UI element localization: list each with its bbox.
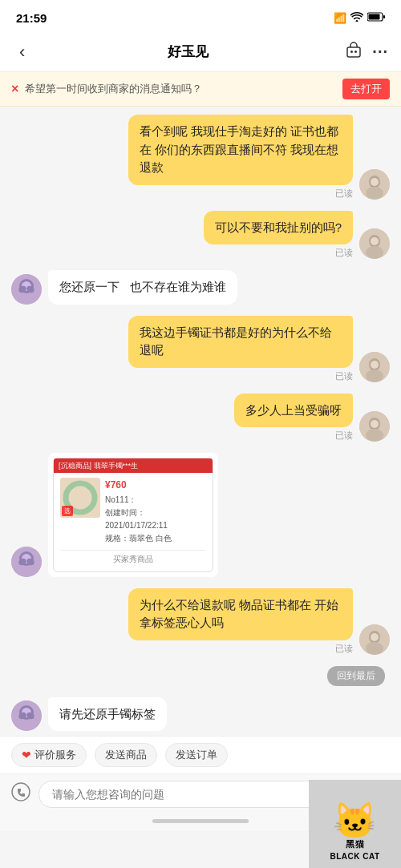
order-time: 创建时间：2021/01/17/22:11 <box>105 507 206 532</box>
phone-icon[interactable] <box>11 782 30 806</box>
read-status: 已读 <box>335 430 353 442</box>
svg-point-34 <box>74 491 87 504</box>
send-order-label: 发送订单 <box>176 748 217 762</box>
order-number: No111： <box>105 494 206 507</box>
message-row: 看个到呢 我现仕手淘走好的 证书也都在 你们的东西跟直播间不符 我现在想退款 已… <box>11 115 390 200</box>
notification-text: 希望第一时间收到商家的消息通知吗？ <box>25 82 336 96</box>
home-bar <box>152 819 249 823</box>
status-time: 21:59 <box>16 11 47 25</box>
chat-input[interactable] <box>38 781 330 808</box>
svg-point-22 <box>371 361 379 369</box>
signal-icon: 📶 <box>334 12 346 24</box>
header-actions: ··· <box>345 41 388 63</box>
message-content: 可以不要和我扯别的吗? 已读 <box>204 211 353 260</box>
notification-open-button[interactable]: 去打开 <box>342 79 390 99</box>
message-content: 我这边手镯证书都是好的为什么不给退呢 已读 <box>128 316 353 382</box>
message-row: 我这边手镯证书都是好的为什么不给退呢 已读 <box>11 316 390 382</box>
avatar-seller <box>11 547 42 577</box>
avatar-buyer <box>359 228 390 259</box>
message-bubble: 请先还原手镯标签 <box>48 697 167 732</box>
svg-point-37 <box>366 642 383 655</box>
action-bar: ❤ 评价服务 发送商品 发送订单 <box>0 736 401 773</box>
order-card-header: 选 ¥760 No111： 创建时间：2021/01/17/22:11 规格：翡… <box>60 478 206 544</box>
status-icons: 📶 <box>334 12 385 24</box>
message-bubble: 多少人上当受骗呀 <box>234 394 353 428</box>
order-card-bubble[interactable]: [沉稳商品] 翡翠手镯***生 选 ¥760 No111： 创建时间：2021/… <box>48 453 218 577</box>
read-status: 已读 <box>335 370 353 382</box>
message-row: 为什么不给退款呢 物品证书都在 开始拿标签恶心人吗 已读 <box>11 588 390 655</box>
scroll-to-bottom-area: 回到最后 <box>11 666 390 686</box>
rate-service-chip[interactable]: ❤ 评价服务 <box>11 743 87 767</box>
svg-point-25 <box>366 429 383 442</box>
svg-point-38 <box>371 633 379 641</box>
order-footer: 买家秀商品 <box>60 554 206 565</box>
svg-point-5 <box>354 50 357 53</box>
svg-point-9 <box>371 178 379 186</box>
chat-title: 好玉见 <box>168 42 209 61</box>
message-content: 看个到呢 我现仕手淘走好的 证书也都在 你们的东西跟直播间不符 我现在想退款 已… <box>128 115 353 200</box>
wifi-icon <box>350 12 363 24</box>
rate-service-label: 评价服务 <box>34 748 76 762</box>
message-content: 您还原一下 也不存在谁为难谁 <box>48 270 237 305</box>
svg-rect-3 <box>347 47 360 57</box>
send-order-chip[interactable]: 发送订单 <box>165 743 228 767</box>
header: ‹ 好玉见 ··· <box>0 32 401 72</box>
order-item-image: 选 <box>60 478 100 518</box>
watermark: 🐱 黑猫BLACK CAT <box>309 780 401 868</box>
more-icon[interactable]: ··· <box>372 42 388 61</box>
avatar-buyer <box>359 624 390 655</box>
avatar-seller <box>11 700 42 731</box>
watermark-text: 黑猫BLACK CAT <box>330 838 379 862</box>
back-button[interactable]: ‹ <box>13 38 31 66</box>
svg-point-21 <box>366 369 383 382</box>
notification-banner: × 希望第一时间收到商家的消息通知吗？ 去打开 <box>0 72 401 107</box>
svg-point-26 <box>371 420 379 428</box>
order-info: ¥760 No111： 创建时间：2021/01/17/22:11 规格：翡翠色… <box>105 478 206 544</box>
message-bubble: 您还原一下 也不存在谁为难谁 <box>48 270 237 305</box>
svg-rect-1 <box>369 14 380 19</box>
svg-rect-2 <box>383 15 385 18</box>
avatar-buyer <box>359 411 390 442</box>
svg-point-12 <box>366 246 383 259</box>
message-row: 多少人上当受骗呀 已读 <box>11 394 390 442</box>
avatar-seller <box>11 274 42 305</box>
svg-point-44 <box>12 783 30 801</box>
message-row: [沉稳商品] 翡翠手镯***生 选 ¥760 No111： 创建时间：2021/… <box>11 453 390 577</box>
selected-label: 选 <box>62 506 73 516</box>
status-bar: 21:59 📶 <box>0 0 401 32</box>
notification-close-icon[interactable]: × <box>11 82 18 96</box>
message-content: 多少人上当受骗呀 已读 <box>234 394 353 442</box>
heart-icon: ❤ <box>22 749 31 761</box>
chat-area: 看个到呢 我现仕手淘走好的 证书也都在 你们的东西跟直播间不符 我现在想退款 已… <box>0 107 401 736</box>
read-status: 已读 <box>335 188 353 200</box>
message-row: 可以不要和我扯别的吗? 已读 <box>11 211 390 260</box>
black-cat-watermark: 🐱 黑猫BLACK CAT <box>309 780 401 868</box>
message-content: 请先还原手镯标签 <box>48 697 167 732</box>
message-bubble: 可以不要和我扯别的吗? <box>204 211 353 245</box>
avatar-buyer <box>359 169 390 200</box>
message-content: 为什么不给退款呢 物品证书都在 开始拿标签恶心人吗 已读 <box>128 588 353 655</box>
svg-point-8 <box>366 187 383 200</box>
message-bubble: 我这边手镯证书都是好的为什么不给退呢 <box>128 316 353 368</box>
message-bubble: 为什么不给退款呢 物品证书都在 开始拿标签恶心人吗 <box>128 588 353 640</box>
order-card: [沉稳商品] 翡翠手镯***生 选 ¥760 No111： 创建时间：2021/… <box>53 458 213 572</box>
read-status: 已读 <box>335 643 353 655</box>
scroll-to-bottom-button[interactable]: 回到最后 <box>327 666 385 686</box>
svg-point-4 <box>350 50 353 53</box>
message-bubble: 看个到呢 我现仕手淘走好的 证书也都在 你们的东西跟直播间不符 我现在想退款 <box>128 115 353 185</box>
message-row: 请先还原手镯标签 <box>11 697 390 732</box>
battery-icon <box>367 12 385 24</box>
read-status: 已读 <box>335 247 353 259</box>
send-product-chip[interactable]: 发送商品 <box>95 743 157 767</box>
order-price: ¥760 <box>105 478 206 493</box>
shop-icon[interactable] <box>345 41 363 63</box>
cat-icon: 🐱 <box>333 803 377 838</box>
order-detail: 规格：翡翠色 白色 <box>105 532 206 545</box>
order-card-divider <box>60 550 206 551</box>
send-product-label: 发送商品 <box>105 748 147 762</box>
message-row: 您还原一下 也不存在谁为难谁 <box>11 270 390 305</box>
avatar-buyer <box>359 352 390 382</box>
svg-point-13 <box>371 237 379 245</box>
message-content: [沉稳商品] 翡翠手镯***生 选 ¥760 No111： 创建时间：2021/… <box>48 453 218 577</box>
